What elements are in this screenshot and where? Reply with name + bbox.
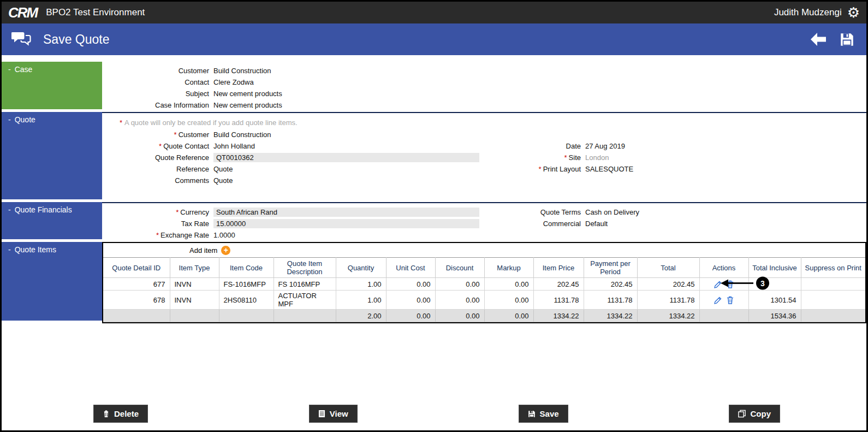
field-label: *Print Layout <box>487 165 581 173</box>
quote-section-title: Quote <box>15 115 35 124</box>
field-quote-contact: *Quote Contact John Holland <box>102 140 487 152</box>
table-row: 677 INVN FS-1016MFP FS 1016MFP 1.00 0.00… <box>103 278 865 291</box>
crm-logo: CRM <box>8 4 37 21</box>
field-value: London <box>585 153 609 162</box>
environment-title: BPO2 Test Environment <box>46 7 145 18</box>
user-name: Judith Mudzengi <box>774 7 842 18</box>
page-title: Save Quote <box>43 32 109 47</box>
field-case-information: Case Information New cement products <box>102 99 866 111</box>
field-currency: *Currency South African Rand <box>102 206 487 218</box>
field-exchange-rate: *Exchange Rate 1.0000 <box>102 229 487 241</box>
footer-actions: Delete View Save Copy <box>2 405 866 423</box>
col-actions: Actions <box>699 258 748 278</box>
case-section-title: Case <box>15 65 33 74</box>
items-section-title: Quote Items <box>15 245 56 254</box>
top-bar: CRM BPO2 Test Environment Judith Mudzeng… <box>2 2 866 23</box>
field-label: Reference <box>102 165 209 173</box>
collapse-icon: - <box>8 245 11 254</box>
chat-icon <box>11 30 31 49</box>
field-tax-rate: Tax Rate 15.00000 <box>102 218 487 229</box>
field-quote-reference: Quote Reference QT0010362 <box>102 152 487 163</box>
page-header: Save Quote <box>2 23 866 55</box>
add-item-label: Add item <box>189 246 217 255</box>
collapse-icon: - <box>8 205 11 214</box>
field-label: Contact <box>102 78 209 86</box>
col-quote-item-description: Quote Item Description <box>274 258 336 278</box>
totals-row: 2.00 0.00 0.00 0.00 1334.22 1334.22 1334… <box>103 310 865 322</box>
floppy-icon <box>528 410 536 418</box>
tax-rate-input[interactable]: 15.00000 <box>213 219 479 228</box>
delete-row-icon[interactable] <box>727 296 734 304</box>
document-icon <box>318 410 325 418</box>
field-value: Clere Zodwa <box>213 78 254 86</box>
delete-button[interactable]: Delete <box>93 405 148 423</box>
field-label: Date <box>487 142 581 150</box>
field-comments: Comments Quote <box>102 175 487 186</box>
suppress-cell <box>801 291 865 310</box>
field-value: 27 Aug 2019 <box>585 142 625 150</box>
suppress-cell <box>801 278 865 291</box>
field-reference: Reference Quote <box>102 163 487 175</box>
col-payment-per-period: Payment per Period <box>584 258 637 278</box>
col-suppress-on-print: Suppress on Print <box>801 258 865 278</box>
quote-items-table: Quote Detail ID Item Type Item Code Quot… <box>103 257 865 322</box>
field-quote-customer: *Customer Build Construction <box>102 129 487 140</box>
col-item-type: Item Type <box>170 258 219 278</box>
quote-financials-section: - Quote Financials *Currency South Afric… <box>2 202 866 242</box>
save-icon[interactable] <box>840 32 854 47</box>
collapse-icon: - <box>8 115 11 124</box>
quote-note: * A quote will only be created if you ad… <box>102 116 487 129</box>
copy-button[interactable]: Copy <box>729 405 780 423</box>
field-date: Date 27 Aug 2019 <box>487 140 866 152</box>
sidebar-item-case[interactable]: - Case <box>2 62 102 109</box>
financials-section-title: Quote Financials <box>15 205 72 214</box>
quote-reference-input[interactable]: QT0010362 <box>213 153 479 162</box>
field-value: John Holland <box>213 142 255 150</box>
field-label: *Site <box>487 153 581 162</box>
field-customer: Customer Build Construction <box>102 65 866 76</box>
field-value: Cash on Delivery <box>585 208 639 216</box>
add-item-button[interactable]: + <box>221 246 230 255</box>
col-total-inclusive: Total Inclusive <box>748 258 801 278</box>
save-button[interactable]: Save <box>519 405 568 423</box>
quote-items-section: - Quote Items Add item + <box>2 242 866 323</box>
collapse-icon: - <box>8 65 11 74</box>
field-print-layout: *Print Layout SALESQUOTE <box>487 163 866 175</box>
delete-row-icon[interactable] <box>727 280 734 288</box>
gear-icon[interactable]: ⚙ <box>847 5 860 20</box>
col-item-code: Item Code <box>219 258 274 278</box>
quote-section: - Quote * A quote will only be created i… <box>2 112 866 202</box>
app-window: CRM BPO2 Test Environment Judith Mudzeng… <box>0 0 868 432</box>
sidebar-item-quote[interactable]: - Quote <box>2 112 102 199</box>
field-value: Default <box>585 220 608 228</box>
field-label: *Customer <box>102 131 209 139</box>
col-item-price: Item Price <box>533 258 584 278</box>
field-label: Commercial <box>487 220 581 228</box>
col-quantity: Quantity <box>336 258 386 278</box>
field-value: SALESQUOTE <box>585 165 633 173</box>
copy-icon <box>738 410 746 418</box>
field-label: Quote Reference <box>102 153 209 162</box>
col-total: Total <box>637 258 699 278</box>
field-value: Quote <box>213 165 233 173</box>
edit-icon[interactable] <box>714 281 722 288</box>
field-label: *Currency <box>102 208 209 216</box>
view-button[interactable]: View <box>309 405 358 423</box>
actions-cell <box>699 291 748 310</box>
sidebar-item-quote-items[interactable]: - Quote Items <box>2 242 102 321</box>
case-section: - Case Customer Build Construction Conta… <box>2 62 866 112</box>
field-value: 1.0000 <box>213 231 235 239</box>
quote-items-box: Add item + Quote Detail ID <box>102 242 866 323</box>
col-markup: Markup <box>484 258 533 278</box>
field-label: Subject <box>102 90 209 98</box>
table-row: 678 INVN 2HS08110 ACTUATOR MPF 1.00 0.00… <box>103 291 865 310</box>
currency-input[interactable]: South African Rand <box>213 208 479 217</box>
field-label: Comments <box>102 176 209 185</box>
field-value: Build Construction <box>213 131 271 139</box>
field-subject: Subject New cement products <box>102 88 866 99</box>
back-icon[interactable] <box>810 32 827 46</box>
sidebar-item-quote-financials[interactable]: - Quote Financials <box>2 202 102 239</box>
table-header-row: Quote Detail ID Item Type Item Code Quot… <box>103 258 865 278</box>
edit-icon[interactable] <box>714 297 722 304</box>
col-discount: Discount <box>435 258 484 278</box>
